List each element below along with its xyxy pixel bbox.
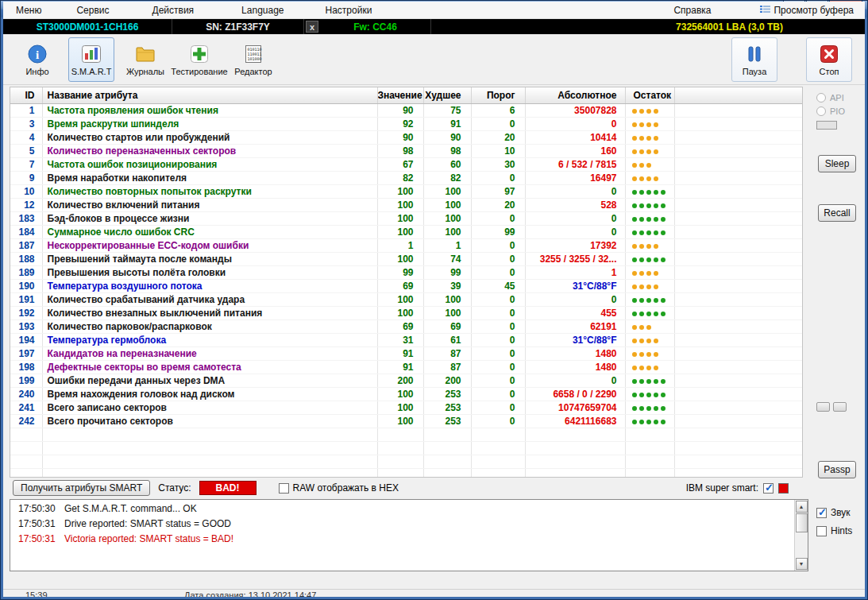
scrollbar-thumb[interactable] <box>796 513 808 532</box>
cell-id: 10 <box>10 184 42 198</box>
device-close-icon[interactable]: x <box>306 21 318 33</box>
column-header-worst[interactable]: Худшее <box>423 87 471 103</box>
cell-value: 31 <box>377 333 423 346</box>
cell-worst: 100 <box>423 225 471 238</box>
testing-button[interactable]: Тестирование <box>176 37 222 82</box>
cell-id: 241 <box>10 401 42 414</box>
device-serial[interactable]: SN: Z1F33F7Y <box>172 19 304 34</box>
column-header-threshold[interactable]: Порог <box>471 87 525 103</box>
cell-threshold: 30 <box>471 157 525 171</box>
recall-button[interactable]: Recall <box>818 204 856 222</box>
table-row[interactable]: 240Время нахождения головок над диском10… <box>10 387 803 401</box>
cell-threshold: 97 <box>471 184 525 198</box>
table-row[interactable]: 191Количество срабатываний датчика удара… <box>10 292 803 306</box>
table-row[interactable]: 184Суммарное число ошибок CRC100100990 <box>10 225 803 238</box>
table-row[interactable]: 183Бэд-блоков в процессе жизни10010000 <box>10 211 803 225</box>
column-header-name[interactable]: Название атрибута <box>42 87 377 103</box>
sleep-button[interactable]: Sleep <box>818 155 856 172</box>
pause-button[interactable]: Пауза <box>731 37 777 82</box>
table-row[interactable]: 5Количество переназначенных секторов9898… <box>10 144 803 157</box>
table-row[interactable]: 241Всего записано секторов10025301074765… <box>10 401 803 414</box>
table-row[interactable]: 194Температура гермоблока3161031°C/88°F <box>10 333 803 346</box>
journals-button[interactable]: Журналы <box>122 37 168 82</box>
cell-health-dots <box>625 306 674 319</box>
scroll-down-icon[interactable]: ▼ <box>796 558 808 570</box>
cell-health-dots <box>625 360 674 374</box>
table-row[interactable]: 10Количество повторных попыток раскрутки… <box>10 184 803 198</box>
pio-radio[interactable] <box>816 106 826 116</box>
cell-worst: 253 <box>423 387 471 401</box>
cell-attribute-name: Время нахождения головок над диском <box>42 387 377 401</box>
table-row[interactable]: 190Температура воздушного потока69394531… <box>10 279 803 292</box>
table-row[interactable]: 1Частота проявления ошибок чтения9075635… <box>10 103 803 117</box>
cell-threshold: 0 <box>471 292 525 306</box>
cell-worst: 91 <box>423 117 471 130</box>
cell-filler <box>674 103 803 117</box>
get-smart-attributes-button[interactable]: Получить атрибуты SMART <box>13 480 150 496</box>
table-row[interactable]: 4Количество стартов или пробуждений90902… <box>10 130 803 144</box>
cell-id: 188 <box>10 252 42 265</box>
cell-id: 7 <box>10 157 42 171</box>
device-firmware[interactable]: Fw: CC46 <box>320 19 431 34</box>
column-header-absolute[interactable]: Абсолютное <box>525 87 625 103</box>
table-row[interactable]: 9Время наработки накопителя8282016497 <box>10 171 803 184</box>
cell-filler <box>674 130 803 144</box>
table-row[interactable]: 197Кандидатов на переназначение918701480 <box>10 346 803 360</box>
cell-worst: 82 <box>423 171 471 184</box>
cell-value: 1 <box>377 238 423 252</box>
table-row[interactable]: 189Превышения высоты полёта головки99990… <box>10 265 803 279</box>
table-row[interactable]: 7Частота ошибок позиционирования6760306 … <box>10 157 803 171</box>
mode-indicator-bar <box>816 121 837 130</box>
cell-filler <box>674 414 803 428</box>
editor-button[interactable]: 010110110011101000 Редактор <box>230 37 276 82</box>
cell-absolute: 6658 / 0 / 2290 <box>525 387 625 401</box>
cell-threshold: 0 <box>471 401 525 414</box>
raw-hex-checkbox[interactable] <box>279 483 289 494</box>
toolbar: i Инфо S.M.A.R.T Журналы Тести <box>3 34 865 85</box>
passp-button[interactable]: Passp <box>818 461 856 478</box>
table-row[interactable]: 12Количество включений питания1001002052… <box>10 198 803 211</box>
menu-item-menu[interactable]: Меню <box>11 3 46 17</box>
menu-item-settings[interactable]: Настройки <box>321 3 377 17</box>
table-row[interactable]: 3Время раскрутки шпинделя929100 <box>10 117 803 130</box>
sound-checkbox[interactable] <box>816 508 827 518</box>
menu-item-help[interactable]: Справка <box>669 3 716 17</box>
log-scrollbar[interactable]: ▲ ▼ <box>794 500 808 571</box>
cell-filler <box>674 225 803 238</box>
table-row[interactable]: 199Ошибки передачи данных через DMA20020… <box>10 374 803 387</box>
editor-label: Редактор <box>234 67 272 76</box>
table-row[interactable]: 242Всего прочитано секторов1002530642111… <box>10 414 803 428</box>
stop-button[interactable]: Стоп <box>806 37 852 82</box>
cell-attribute-name: Превышения высоты полёта головки <box>42 265 377 279</box>
cell-health-dots <box>625 252 674 265</box>
menu-item-actions[interactable]: Действия <box>148 3 199 17</box>
table-row[interactable]: 188Превышений таймаута после команды1007… <box>10 252 803 265</box>
cell-value: 100 <box>377 198 423 211</box>
table-row[interactable]: 198Дефектные секторы во время самотеста9… <box>10 360 803 374</box>
api-radio[interactable] <box>816 93 826 103</box>
device-model[interactable]: ST3000DM001-1CH166 <box>3 19 172 34</box>
menu-item-language[interactable]: Language <box>237 3 288 17</box>
smart-button[interactable]: S.M.A.R.T <box>68 37 114 82</box>
scroll-up-icon[interactable]: ▲ <box>796 501 808 513</box>
column-header-health[interactable]: Остаток <box>625 87 674 103</box>
cell-absolute: 31°C/88°F <box>525 333 625 346</box>
mini-button-right[interactable] <box>833 402 847 412</box>
table-row[interactable]: 192Количество внезапных выключений питан… <box>10 306 803 319</box>
cell-value: 100 <box>377 387 423 401</box>
ibm-super-smart-checkbox[interactable] <box>763 483 773 494</box>
column-header-id[interactable]: ID <box>10 87 42 103</box>
table-row[interactable]: 187Нескорректированные ECC-кодом ошибки1… <box>10 238 803 252</box>
table-row[interactable]: 193Количество парковок/распарковок696906… <box>10 319 803 333</box>
app-window: Victoria 5.37 HDD/SSD | Device 1 ─ ❐ ✕ М… <box>0 0 868 600</box>
info-button[interactable]: i Инфо <box>14 37 60 82</box>
cell-value: 100 <box>377 225 423 238</box>
hints-checkbox[interactable] <box>816 526 827 536</box>
mini-button-left[interactable] <box>816 402 830 412</box>
cell-absolute: 0 <box>525 211 625 225</box>
cell-worst: 253 <box>423 401 471 414</box>
buffer-view-button[interactable]: Просмотр буфера <box>757 3 857 17</box>
menu-item-service[interactable]: Сервис <box>71 3 114 17</box>
column-header-value[interactable]: Значение <box>377 87 423 103</box>
cell-absolute: 0 <box>525 292 625 306</box>
